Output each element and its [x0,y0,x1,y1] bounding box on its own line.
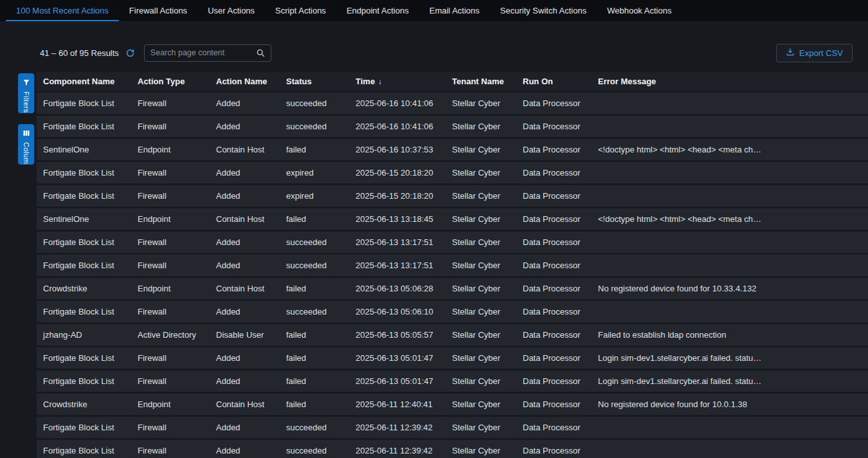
cell-component-name: SentinelOne [37,208,131,230]
cell-tenant-name: Stellar Cyber [446,301,516,322]
filters-panel-button[interactable]: Filters [18,73,34,113]
column-header-time[interactable]: Time↓ [349,72,446,91]
cell-action-name: Added [210,347,280,369]
cell-run-on: Data Processor [516,255,592,276]
table-row[interactable]: Fortigate Block ListFirewallAddedsucceed… [37,440,868,458]
cell-time: 2025-06-11 12:39:42 [349,417,446,438]
table-body: Fortigate Block ListFirewallAddedsucceed… [37,93,868,458]
cell-tenant-name: Stellar Cyber [446,162,516,183]
cell-run-on: Data Processor [516,93,592,114]
cell-error-message [592,116,868,137]
table-row[interactable]: Fortigate Block ListFirewallAddedexpired… [37,162,868,183]
columns-icon [23,128,30,140]
cell-action-name: Added [210,185,280,206]
cell-time: 2025-06-13 05:05:57 [349,324,446,345]
cell-action-type: Firewall [131,347,210,369]
cell-tenant-name: Stellar Cyber [446,278,516,299]
cell-error-message: <!doctype html> <html> <head> <meta ch… [592,139,868,160]
cell-status: failed [280,208,349,230]
column-header-action-type[interactable]: Action Type [131,72,210,91]
cell-time: 2025-06-13 05:01:47 [349,371,446,392]
export-csv-button[interactable]: Export CSV [776,44,853,62]
table-row[interactable]: Fortigate Block ListFirewallAddedsucceed… [37,301,868,322]
table-row[interactable]: Fortigate Block ListFirewallAddedsucceed… [37,255,868,276]
column-header-tenant-name[interactable]: Tenant Name [446,72,516,91]
cell-action-name: Added [210,255,280,276]
cell-action-name: Contain Host [210,394,280,415]
cell-status: failed [280,371,349,392]
column-header-action-name[interactable]: Action Name [210,72,280,91]
cell-action-type: Firewall [131,116,210,137]
cell-tenant-name: Stellar Cyber [446,440,516,458]
cell-time: 2025-06-13 05:01:47 [349,347,446,369]
cell-error-message [592,255,868,276]
table-row[interactable]: CrowdstrikeEndpointContain Hostfailed202… [37,394,868,415]
cell-action-name: Added [210,440,280,458]
table-row[interactable]: Fortigate Block ListFirewallAddedsucceed… [37,93,868,114]
cell-status: succeeded [280,116,349,137]
cell-status: failed [280,347,349,369]
cell-tenant-name: Stellar Cyber [446,116,516,137]
cell-error-message [592,301,868,322]
cell-action-type: Endpoint [131,278,210,299]
toolbar: 41 – 60 of 95 Results Export CSV [40,43,853,62]
cell-time: 2025-06-11 12:39:42 [349,440,446,458]
cell-tenant-name: Stellar Cyber [446,93,516,114]
columns-panel-button[interactable]: Columns [18,124,34,165]
table-row[interactable]: SentinelOneEndpointContain Hostfailed202… [37,208,868,230]
tab-email-actions[interactable]: Email Actions [419,0,490,21]
cell-run-on: Data Processor [516,301,592,322]
cell-time: 2025-06-13 13:17:51 [349,255,446,276]
cell-tenant-name: Stellar Cyber [446,371,516,392]
cell-time: 2025-06-15 20:18:20 [349,185,446,206]
filter-icon [23,77,30,89]
table-row[interactable]: CrowdstrikeEndpointContain Hostfailed202… [37,278,868,299]
cell-action-type: Firewall [131,93,210,114]
cell-run-on: Data Processor [516,417,592,438]
tab-user-actions[interactable]: User Actions [197,0,265,21]
cell-error-message: <!doctype html> <html> <head> <meta ch… [592,208,868,230]
cell-action-type: Firewall [131,417,210,438]
table-row[interactable]: Fortigate Block ListFirewallAddedfailed2… [37,347,868,369]
tab-bar: 100 Most Recent ActionsFirewall ActionsU… [0,0,868,21]
cell-run-on: Data Processor [516,116,592,137]
download-icon [786,48,795,59]
cell-status: failed [280,278,349,299]
actions-table: Component NameAction TypeAction NameStat… [37,72,868,458]
table-row[interactable]: Fortigate Block ListFirewallAddedsucceed… [37,417,868,438]
search-input[interactable] [150,48,256,57]
cell-error-message [592,417,868,438]
cell-run-on: Data Processor [516,371,592,392]
cell-action-type: Firewall [131,162,210,183]
refresh-icon[interactable] [125,48,135,58]
cell-tenant-name: Stellar Cyber [446,185,516,206]
table-row[interactable]: Fortigate Block ListFirewallAddedsucceed… [37,232,868,253]
cell-action-type: Firewall [131,371,210,392]
column-header-run-on[interactable]: Run On [516,72,592,91]
cell-component-name: Fortigate Block List [37,162,131,183]
cell-time: 2025-06-11 12:40:41 [349,394,446,415]
cell-tenant-name: Stellar Cyber [446,232,516,253]
table-row[interactable]: jzhang-ADActive DirectoryDisable Userfai… [37,324,868,345]
tab-endpoint-actions[interactable]: Endpoint Actions [336,0,419,21]
tab-security-switch-actions[interactable]: Security Switch Actions [490,0,597,21]
cell-component-name: Crowdstrike [37,394,131,415]
tab-webhook-actions[interactable]: Webhook Actions [597,0,682,21]
table-row[interactable]: Fortigate Block ListFirewallAddedexpired… [37,185,868,206]
cell-run-on: Data Processor [516,162,592,183]
column-header-component-name[interactable]: Component Name [37,72,131,91]
tab-100-most-recent-actions[interactable]: 100 Most Recent Actions [6,0,119,21]
cell-action-type: Endpoint [131,394,210,415]
tab-script-actions[interactable]: Script Actions [265,0,336,21]
column-header-error-message[interactable]: Error Message [592,72,868,91]
table-row[interactable]: SentinelOneEndpointContain Hostfailed202… [37,139,868,160]
table-row[interactable]: Fortigate Block ListFirewallAddedsucceed… [37,116,868,137]
table-row[interactable]: Fortigate Block ListFirewallAddedfailed2… [37,371,868,392]
search-icon[interactable] [256,48,266,58]
cell-error-message [592,232,868,253]
cell-time: 2025-06-15 20:18:20 [349,162,446,183]
cell-time: 2025-06-16 10:41:06 [349,93,446,114]
cell-action-type: Firewall [131,185,210,206]
tab-firewall-actions[interactable]: Firewall Actions [119,0,197,21]
column-header-status[interactable]: Status [280,72,349,91]
